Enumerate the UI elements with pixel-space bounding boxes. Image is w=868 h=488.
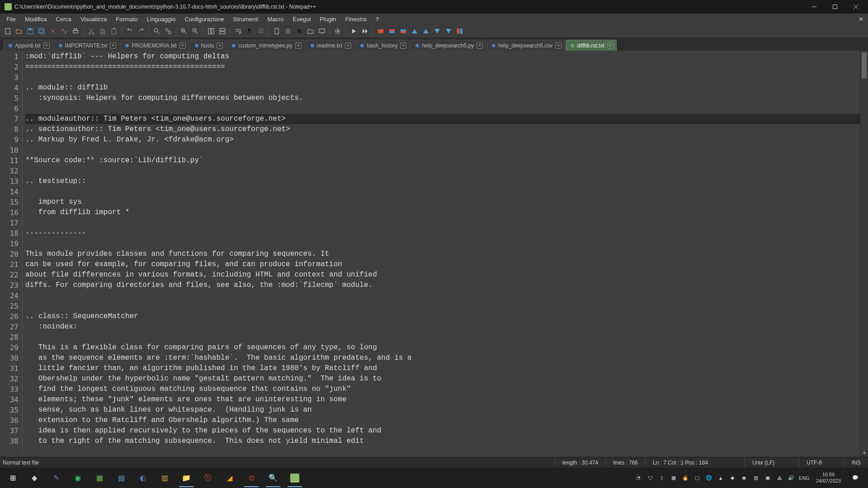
tab-promemoria-txt[interactable]: PROMEMORIA.txt× <box>120 40 189 51</box>
tab-difflib-rst-txt[interactable]: difflib.rst.txt× <box>566 40 616 51</box>
marker5-icon[interactable] <box>421 26 431 36</box>
code-line[interactable]: **Source code:** :source:`Lib/difflib.py… <box>25 155 860 166</box>
tab-appunti-txt[interactable]: Appunti.txt× <box>4 40 53 51</box>
tray-icon-9[interactable]: ◆ <box>728 474 736 482</box>
find-icon[interactable] <box>152 26 162 36</box>
taskbar-app-6[interactable]: ◐ <box>132 469 154 487</box>
scroll-down-icon[interactable]: ▼ <box>860 449 868 457</box>
marker3-icon[interactable] <box>398 26 408 36</box>
tab-close-icon[interactable]: × <box>43 42 50 49</box>
code-line[interactable]: :noindex: <box>25 322 860 332</box>
tray-icon-5[interactable]: 🔥 <box>681 474 689 482</box>
zoom-out-icon[interactable] <box>190 26 200 36</box>
tab-help-deepsearch5-csv[interactable]: help_deepsearch5.csv× <box>487 40 565 51</box>
wordwrap-icon[interactable] <box>233 26 243 36</box>
code-line[interactable]: ========================================… <box>25 62 860 72</box>
menu-strumenti[interactable]: Strumenti <box>229 14 263 24</box>
code-line[interactable]: to the right of the matching subsequence… <box>25 436 860 446</box>
cut-icon[interactable] <box>86 26 96 36</box>
code-line[interactable] <box>25 166 860 176</box>
start-button[interactable]: ⊞ <box>2 469 24 487</box>
tab-readme-txt[interactable]: readme.txt× <box>306 40 355 51</box>
marker2-icon[interactable] <box>387 26 397 36</box>
code-line[interactable] <box>25 218 860 228</box>
zoom-in-icon[interactable] <box>179 26 189 36</box>
code-line[interactable]: Obershelp under the hyperbolic name "ges… <box>25 374 860 384</box>
taskbar-app-1[interactable]: ◆ <box>24 469 45 487</box>
func-list-icon[interactable]: fx <box>294 26 304 36</box>
code-line[interactable]: idea is then applied recursively to the … <box>25 426 860 436</box>
taskbar-app-3[interactable]: ◉ <box>67 469 89 487</box>
tab-custom-mimetypes-py[interactable]: custom_mimetypes.py× <box>227 40 304 51</box>
tray-volume-icon[interactable]: 🔊 <box>787 474 795 482</box>
tab-close-icon[interactable]: × <box>476 42 483 49</box>
code-line[interactable] <box>25 145 860 155</box>
sync-v-icon[interactable] <box>206 26 216 36</box>
taskbar-app-10[interactable]: ◢ <box>219 469 241 487</box>
taskbar-app-7[interactable]: ▥ <box>154 469 175 487</box>
code-line[interactable]: about file differences in various format… <box>25 270 860 280</box>
marker6-icon[interactable] <box>432 26 442 36</box>
marker8-icon[interactable] <box>455 26 465 36</box>
tab-close-icon[interactable]: × <box>179 42 186 49</box>
tab-close-icon[interactable]: × <box>345 42 351 49</box>
menu-help[interactable]: ? <box>371 14 383 24</box>
code-line[interactable]: find the longest contiguous matching sub… <box>25 384 860 394</box>
taskbar-app-2[interactable]: ✎ <box>45 469 67 487</box>
code-line[interactable] <box>25 332 860 343</box>
menu-plugin[interactable]: Plugin <box>315 14 340 24</box>
code-line[interactable]: :mod:`difflib` --- Helpers for computing… <box>25 52 860 62</box>
taskbar-app-9[interactable]: Ⓨ <box>197 469 219 487</box>
code-line[interactable]: This is a flexible class for comparing p… <box>25 343 860 353</box>
replace-icon[interactable] <box>163 26 173 36</box>
taskbar-explorer[interactable]: 📁 <box>175 469 197 487</box>
print-icon[interactable] <box>71 26 80 36</box>
tray-icon-4[interactable]: ▦ <box>670 474 678 482</box>
marker7-icon[interactable] <box>443 26 453 36</box>
tab-help-deepsearch5-py[interactable]: help_deepsearch5.py× <box>410 40 486 51</box>
marker4-icon[interactable] <box>410 26 420 36</box>
code-line[interactable]: import sys <box>25 197 860 207</box>
code-line[interactable] <box>25 301 860 311</box>
sync-h-icon[interactable] <box>217 26 227 36</box>
monitor-icon[interactable] <box>317 26 327 36</box>
menu-cerca[interactable]: Cerca <box>51 14 76 24</box>
code-line[interactable]: as the sequence elements are :term:`hash… <box>25 353 860 363</box>
code-line[interactable]: from difflib import * <box>25 207 860 218</box>
folder-workspace-icon[interactable] <box>306 26 316 36</box>
code-line[interactable]: .. module:: difflib <box>25 83 860 93</box>
record-macro-icon[interactable] <box>333 26 343 36</box>
tab-close-icon[interactable]: × <box>555 42 561 49</box>
marker1-icon[interactable] <box>376 26 386 36</box>
close-button[interactable] <box>845 0 866 14</box>
code-line[interactable]: little fancier than, an algorithm publis… <box>25 363 860 374</box>
code-line[interactable]: :synopsis: Helpers for computing differe… <box>25 93 860 103</box>
tab-bash-history[interactable]: bash_history× <box>355 40 410 51</box>
code-line[interactable]: can be used for example, for comparing f… <box>25 259 860 270</box>
play-multi-icon[interactable] <box>360 26 370 36</box>
code-line[interactable]: .. sectionauthor:: Tim Peters <tim_one@u… <box>25 124 860 135</box>
undo-icon[interactable] <box>125 26 135 36</box>
tray-icon-6[interactable]: ▢ <box>693 474 701 482</box>
close-file-icon[interactable] <box>48 26 58 36</box>
menu-visualizza[interactable]: Visualizza <box>76 14 111 24</box>
tab-close-icon[interactable]: × <box>295 42 302 49</box>
code-line[interactable] <box>25 187 860 197</box>
tray-icon-8[interactable]: ▲ <box>717 474 725 482</box>
menu-close-button[interactable]: ✕ <box>856 15 866 23</box>
menu-file[interactable]: File <box>2 14 20 24</box>
code-line[interactable]: extension to the Ratcliff and Obershelp … <box>25 415 860 426</box>
menu-esegui[interactable]: Esegui <box>288 14 316 24</box>
close-all-icon[interactable] <box>59 26 69 36</box>
tray-icon-11[interactable]: ▥ <box>752 474 760 482</box>
tray-icon-1[interactable]: ◔ <box>634 474 642 482</box>
tray-clock[interactable]: 10:59 24/07/2023 <box>813 472 844 483</box>
menu-configurazione[interactable]: Configurazione <box>180 14 228 24</box>
menu-macro[interactable]: Macro <box>263 14 288 24</box>
tray-icon-7[interactable]: 🌐 <box>705 474 713 482</box>
tray-icon-3[interactable]: ▯ <box>658 474 666 482</box>
code-line[interactable] <box>25 239 860 249</box>
tray-notifications-icon[interactable]: 💬 <box>847 469 863 487</box>
open-file-icon[interactable] <box>14 26 24 36</box>
code-line[interactable]: .. Markup by Fred L. Drake, Jr. <fdrake@… <box>25 135 860 145</box>
